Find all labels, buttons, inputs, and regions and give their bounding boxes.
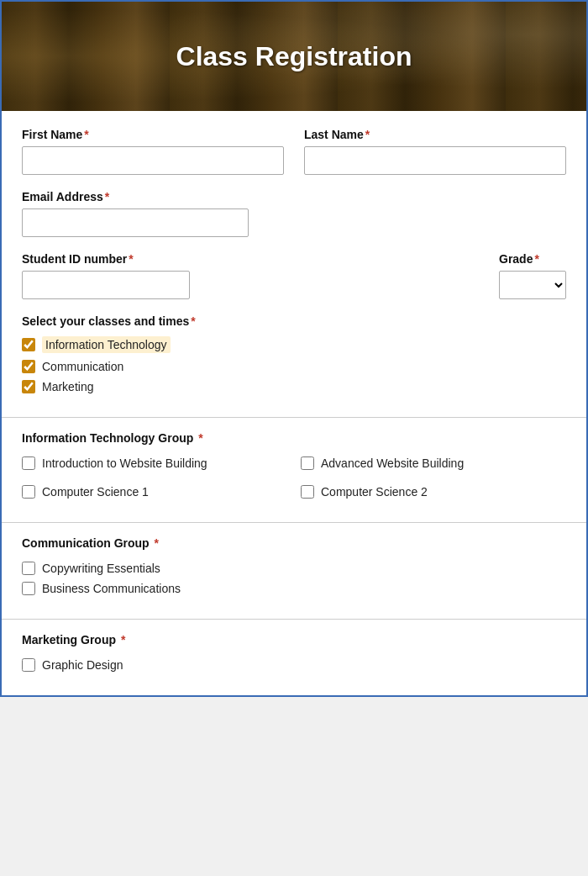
classes-section: Select your classes and times* Informati… xyxy=(22,314,566,393)
checkbox-mkt[interactable] xyxy=(22,380,35,393)
checkbox-intro-web-label[interactable]: Introduction to Website Building xyxy=(42,456,207,470)
comm-biz-item: Business Communications xyxy=(22,582,566,595)
required-star-email: * xyxy=(105,190,109,203)
email-row: Email Address* xyxy=(22,190,566,237)
it-checkbox-grid: Introduction to Website Building Advance… xyxy=(22,456,566,505)
name-row: First Name* Last Name* xyxy=(22,128,566,175)
first-name-input[interactable] xyxy=(22,146,284,175)
it-cs2-item: Computer Science 2 xyxy=(301,485,566,499)
last-name-label: Last Name* xyxy=(304,128,566,141)
comm-group-section: Communication Group * Copywriting Essent… xyxy=(2,522,586,619)
comm-copy-item: Copywriting Essentials xyxy=(22,562,566,575)
class-checkbox-mkt: Marketing xyxy=(22,380,566,393)
checkbox-comm-label[interactable]: Communication xyxy=(42,360,123,373)
student-id-group: Student ID number* xyxy=(22,252,479,299)
form-body: First Name* Last Name* Email Address* xyxy=(2,111,586,417)
checkbox-cs2[interactable] xyxy=(301,485,314,499)
it-intro-web-item: Introduction to Website Building xyxy=(22,456,287,470)
checkbox-intro-web[interactable] xyxy=(22,456,35,470)
grade-group: Grade* 9 10 11 12 xyxy=(499,252,566,299)
checkbox-cs2-label[interactable]: Computer Science 2 xyxy=(321,485,428,499)
checkbox-graphic[interactable] xyxy=(22,658,35,672)
grade-select[interactable]: 9 10 11 12 xyxy=(499,271,566,299)
last-name-input[interactable] xyxy=(304,146,566,175)
checkbox-copy[interactable] xyxy=(22,562,35,575)
page-title: Class Registration xyxy=(176,41,412,72)
checkbox-biz-comm-label[interactable]: Business Communications xyxy=(42,582,181,595)
it-group-title: Information Technology Group * xyxy=(22,431,566,445)
student-id-label: Student ID number* xyxy=(22,252,479,266)
checkbox-cs1[interactable] xyxy=(22,485,35,499)
mkt-graphic-item: Graphic Design xyxy=(22,658,566,672)
page-container: Class Registration First Name* Last Name… xyxy=(0,0,588,697)
email-group: Email Address* xyxy=(22,190,566,237)
checkbox-comm[interactable] xyxy=(22,360,35,373)
required-star-it-group: * xyxy=(198,431,202,445)
email-label: Email Address* xyxy=(22,190,566,203)
checkbox-biz-comm[interactable] xyxy=(22,582,35,595)
id-grade-row: Student ID number* Grade* 9 10 11 12 xyxy=(22,252,566,299)
required-star-lastname: * xyxy=(365,128,370,141)
required-star-mkt-group: * xyxy=(121,633,125,646)
checkbox-graphic-label[interactable]: Graphic Design xyxy=(42,658,123,672)
email-input[interactable] xyxy=(22,208,249,237)
mkt-group-section: Marketing Group * Graphic Design xyxy=(2,619,586,695)
student-id-input[interactable] xyxy=(22,271,190,299)
comm-group-title: Communication Group * xyxy=(22,536,566,550)
it-cs1-item: Computer Science 1 xyxy=(22,485,287,499)
required-star-grade: * xyxy=(534,252,538,266)
first-name-group: First Name* xyxy=(22,128,284,175)
last-name-group: Last Name* xyxy=(304,128,566,175)
required-star-firstname: * xyxy=(84,128,88,141)
grade-label: Grade* xyxy=(499,252,566,266)
classes-section-label: Select your classes and times* xyxy=(22,314,566,328)
required-star-classes: * xyxy=(191,314,195,328)
checkbox-adv-web-label[interactable]: Advanced Website Building xyxy=(321,456,464,470)
checkbox-cs1-label[interactable]: Computer Science 1 xyxy=(42,485,149,499)
checkbox-copy-label[interactable]: Copywriting Essentials xyxy=(42,562,160,575)
checkbox-mkt-label[interactable]: Marketing xyxy=(42,380,93,393)
header-banner: Class Registration xyxy=(2,2,586,111)
mkt-group-title: Marketing Group * xyxy=(22,633,566,646)
checkbox-it-label[interactable]: Information Technology xyxy=(42,336,171,353)
class-checkbox-comm: Communication xyxy=(22,360,566,373)
checkbox-it[interactable] xyxy=(22,338,35,351)
checkbox-adv-web[interactable] xyxy=(301,456,314,470)
it-adv-web-item: Advanced Website Building xyxy=(301,456,566,470)
required-star-id: * xyxy=(129,252,133,266)
it-group-section: Information Technology Group * Introduct… xyxy=(2,417,586,522)
required-star-comm-group: * xyxy=(155,536,159,550)
class-checkbox-it: Information Technology xyxy=(22,336,566,353)
first-name-label: First Name* xyxy=(22,128,284,141)
